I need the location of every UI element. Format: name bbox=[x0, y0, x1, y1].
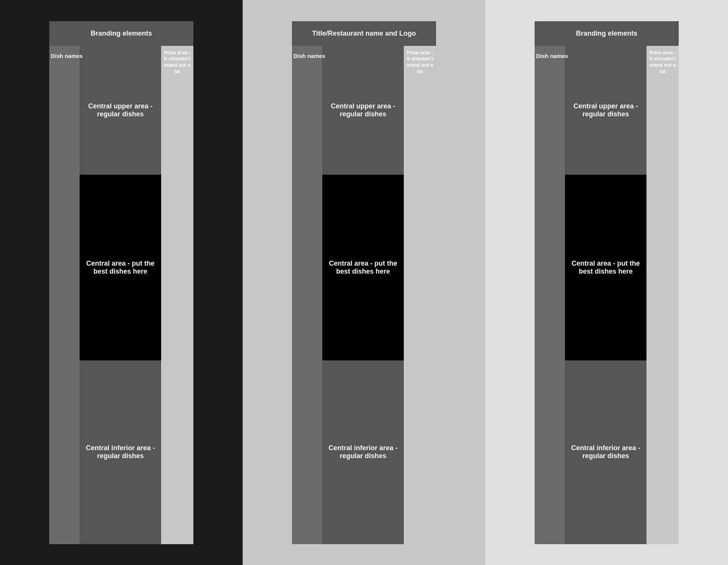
menu-card-2: Title/Restaurant name and Logo Dish name… bbox=[292, 21, 436, 544]
price-column-1: Price area - it shouldn't stand out a lo… bbox=[161, 46, 193, 544]
price-label-3: Price area - it shouldn't stand out a lo… bbox=[649, 50, 676, 75]
central-inferior-1: Central inferior area - regular dishes bbox=[80, 360, 161, 544]
menu-body-1: Dish names Central upper area - regular … bbox=[49, 46, 193, 544]
price-column-2: Price area - it shouldn't stand out a lo… bbox=[404, 46, 436, 544]
menu-card-3: Branding elements Dish names Central upp… bbox=[535, 21, 679, 544]
central-upper-2: Central upper area - regular dishes bbox=[322, 46, 404, 175]
menu-body-3: Dish names Central upper area - regular … bbox=[535, 46, 679, 544]
dish-names-label-2: Dish names bbox=[292, 50, 327, 62]
central-inferior-3: Central inferior area - regular dishes bbox=[565, 360, 646, 544]
branding-bar-1: Branding elements bbox=[49, 21, 193, 46]
central-main-1: Central area - put the best dishes here bbox=[80, 175, 161, 360]
branding-bar-3: Branding elements bbox=[535, 21, 679, 46]
menu-body-2: Dish names Central upper area - regular … bbox=[292, 46, 436, 544]
dish-names-label-3: Dish names bbox=[535, 50, 570, 62]
panel-1: Branding elements Dish names Central upp… bbox=[0, 0, 243, 565]
central-column-3: Central upper area - regular dishes Cent… bbox=[565, 46, 646, 544]
central-upper-3: Central upper area - regular dishes bbox=[565, 46, 646, 175]
price-column-3: Price area - it shouldn't stand out a lo… bbox=[646, 46, 679, 544]
branding-bar-2: Title/Restaurant name and Logo bbox=[292, 21, 436, 46]
central-main-2: Central area - put the best dishes here bbox=[322, 175, 404, 360]
panel-2: Title/Restaurant name and Logo Dish name… bbox=[243, 0, 485, 565]
central-column-1: Central upper area - regular dishes Cent… bbox=[80, 46, 161, 544]
menu-card-1: Branding elements Dish names Central upp… bbox=[49, 21, 193, 544]
price-label-2: Price area - it shouldn't stand out a lo… bbox=[406, 50, 434, 75]
central-inferior-2: Central inferior area - regular dishes bbox=[322, 360, 404, 544]
dish-names-label-1: Dish names bbox=[49, 50, 84, 62]
central-upper-1: Central upper area - regular dishes bbox=[80, 46, 161, 175]
panel-3: Branding elements Dish names Central upp… bbox=[485, 0, 728, 565]
price-label-1: Price area - it shouldn't stand out a lo… bbox=[163, 50, 191, 75]
central-main-3: Central area - put the best dishes here bbox=[565, 175, 646, 360]
central-column-2: Central upper area - regular dishes Cent… bbox=[322, 46, 404, 544]
